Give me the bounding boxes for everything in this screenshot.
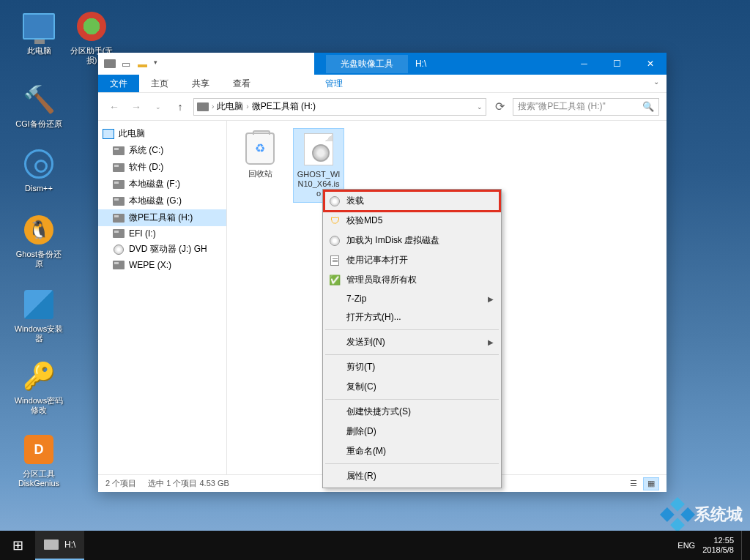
search-input[interactable]: 搜索"微PE工具箱 (H:)" 🔍 bbox=[513, 98, 659, 116]
qat-properties-icon[interactable]: ▭ bbox=[122, 59, 133, 70]
nav-label: 微PE工具箱 (H:) bbox=[129, 212, 193, 224]
tab-file[interactable]: 文件 bbox=[98, 75, 139, 92]
nav-label: 此电脑 bbox=[119, 127, 145, 140]
notepad-icon bbox=[329, 255, 341, 266]
menu-label: 校验MD5 bbox=[346, 214, 382, 227]
menu-label: 管理员取得所有权 bbox=[346, 274, 417, 286]
iso-file-icon bbox=[304, 133, 333, 165]
nav-label: 系统 (C:) bbox=[129, 144, 163, 157]
ribbon-context-label: 光盘映像工具 bbox=[326, 55, 408, 73]
menu-label: 7-Zip bbox=[346, 294, 366, 304]
taskbar-item-explorer[interactable]: H:\ bbox=[35, 531, 84, 560]
search-icon[interactable]: 🔍 bbox=[642, 101, 654, 112]
menu-sendto[interactable]: 发送到(N)▶ bbox=[324, 332, 500, 352]
nav-drive-i[interactable]: EFI (I:) bbox=[98, 226, 226, 241]
menu-separator bbox=[325, 329, 499, 330]
close-button[interactable]: ✕ bbox=[634, 53, 667, 75]
icon-label: CGI备份还原 bbox=[13, 119, 64, 129]
nav-thispc[interactable]: 此电脑 bbox=[98, 125, 226, 142]
desktop-icon-cgi[interactable]: 🔨CGI备份还原 bbox=[13, 82, 64, 129]
nav-dvd-j[interactable]: DVD 驱动器 (J:) GH bbox=[98, 241, 226, 258]
qat-dropdown-icon[interactable]: ▾ bbox=[154, 59, 166, 70]
icon-label: Ghost备份还原 bbox=[13, 250, 64, 269]
desktop-icon-dism[interactable]: Dism++ bbox=[13, 146, 64, 193]
menu-delete[interactable]: 删除(D) bbox=[324, 422, 500, 441]
breadcrumb-root[interactable]: 此电脑 bbox=[217, 100, 243, 113]
desktop-icon-diskgenius[interactable]: D分区工具DiskGenius bbox=[13, 432, 64, 488]
menu-mount[interactable]: 装载 bbox=[324, 191, 500, 211]
recycle-bin-icon bbox=[245, 132, 275, 165]
ribbon-tabs: 文件 主页 共享 查看 管理 ⌄ bbox=[98, 75, 667, 93]
menu-notepad[interactable]: 使用记事本打开 bbox=[324, 250, 500, 270]
titlebar[interactable]: ▭ ▬ ▾ 光盘映像工具 H:\ ─ ☐ ✕ bbox=[98, 53, 667, 75]
desktop-icon-ghost[interactable]: 🐧Ghost备份还原 bbox=[13, 212, 64, 269]
nav-label: 本地磁盘 (G:) bbox=[129, 195, 182, 207]
quick-access-toolbar: ▭ ▬ ▾ bbox=[98, 59, 314, 70]
menu-properties[interactable]: 属性(R) bbox=[324, 466, 500, 486]
diskgenius-icon: D bbox=[24, 435, 53, 464]
chevron-right-icon[interactable]: › bbox=[246, 102, 248, 111]
menu-admin[interactable]: ✅管理员取得所有权 bbox=[324, 270, 500, 290]
menu-imdisk[interactable]: 加载为 ImDisk 虚拟磁盘 bbox=[324, 231, 500, 250]
address-dropdown-icon[interactable]: ⌄ bbox=[477, 103, 483, 111]
menu-shortcut[interactable]: 创建快捷方式(S) bbox=[324, 402, 500, 422]
address-bar[interactable]: › 此电脑 › 微PE工具箱 (H:) ⌄ bbox=[193, 98, 486, 116]
menu-cut[interactable]: 剪切(T) bbox=[324, 357, 500, 377]
ribbon-expand-button[interactable]: ⌄ bbox=[646, 75, 667, 92]
tab-share[interactable]: 共享 bbox=[180, 75, 221, 92]
tab-manage[interactable]: 管理 bbox=[313, 75, 354, 92]
start-button[interactable]: ⊞ bbox=[0, 531, 35, 560]
hammer-icon: 🔨 bbox=[21, 82, 56, 117]
menu-label: 装载 bbox=[346, 195, 364, 207]
aomei-icon bbox=[77, 12, 106, 41]
search-placeholder: 搜索"微PE工具箱 (H:)" bbox=[518, 100, 606, 113]
nav-drive-g[interactable]: 本地磁盘 (G:) bbox=[98, 193, 226, 209]
tab-view[interactable]: 查看 bbox=[221, 75, 262, 92]
nav-drive-x[interactable]: WEPE (X:) bbox=[98, 258, 226, 272]
recent-dropdown[interactable]: ⌄ bbox=[149, 98, 167, 116]
nav-drive-h[interactable]: 微PE工具箱 (H:) bbox=[98, 209, 226, 226]
file-recycle-bin[interactable]: 回收站 bbox=[234, 128, 286, 182]
refresh-button[interactable]: ⟳ bbox=[491, 100, 508, 113]
window-title: H:\ bbox=[415, 59, 426, 69]
watermark: 系统城 bbox=[665, 502, 743, 527]
menu-md5[interactable]: 🛡校验MD5 bbox=[324, 211, 500, 231]
nav-drive-d[interactable]: 软件 (D:) bbox=[98, 159, 226, 176]
view-details-button[interactable]: ☰ bbox=[625, 477, 642, 490]
maximize-button[interactable]: ☐ bbox=[601, 53, 634, 75]
context-menu: 装载 🛡校验MD5 加载为 ImDisk 虚拟磁盘 使用记事本打开 ✅管理员取得… bbox=[322, 189, 502, 488]
menu-label: 使用记事本打开 bbox=[346, 254, 408, 266]
menu-openwith[interactable]: 打开方式(H)... bbox=[324, 307, 500, 327]
forward-button[interactable]: → bbox=[127, 98, 145, 116]
desktop-icon-winpass[interactable]: 🔑Windows密码修改 bbox=[13, 359, 64, 415]
drive-icon bbox=[113, 163, 125, 172]
minimize-button[interactable]: ─ bbox=[568, 53, 601, 75]
tray-clock[interactable]: 12:55 2018/5/8 bbox=[702, 536, 734, 555]
menu-rename[interactable]: 重命名(M) bbox=[324, 441, 500, 461]
icon-label: Windows安装器 bbox=[13, 324, 64, 343]
desktop-icon-thispc[interactable]: 此电脑 bbox=[13, 9, 64, 56]
qat-newfolder-icon[interactable]: ▬ bbox=[138, 59, 149, 70]
taskbar-label: H:\ bbox=[64, 540, 75, 550]
file-label: 回收站 bbox=[237, 169, 283, 179]
tray-time: 12:55 bbox=[702, 536, 734, 545]
taskbar: ⊞ H:\ ENG 12:55 2018/5/8 bbox=[0, 531, 750, 560]
breadcrumb-current[interactable]: 微PE工具箱 (H:) bbox=[252, 100, 316, 113]
nav-drive-c[interactable]: 系统 (C:) bbox=[98, 142, 226, 159]
show-desktop-button[interactable] bbox=[741, 531, 746, 560]
view-icons-button[interactable]: ▦ bbox=[643, 477, 659, 490]
tab-home[interactable]: 主页 bbox=[139, 75, 180, 92]
status-count: 2 个项目 bbox=[105, 478, 136, 489]
shield-icon: 🛡 bbox=[329, 215, 341, 227]
chevron-right-icon[interactable]: › bbox=[212, 102, 214, 111]
back-button[interactable]: ← bbox=[105, 98, 123, 116]
desktop-icon-wininstall[interactable]: Windows安装器 bbox=[13, 287, 64, 343]
up-button[interactable]: ↑ bbox=[171, 98, 189, 116]
nav-drive-f[interactable]: 本地磁盘 (F:) bbox=[98, 176, 226, 193]
tray-ime[interactable]: ENG bbox=[677, 541, 695, 550]
watermark-logo-icon bbox=[660, 497, 695, 532]
menu-copy[interactable]: 复制(C) bbox=[324, 377, 500, 397]
watermark-text: 系统城 bbox=[694, 504, 743, 526]
drive-icon bbox=[44, 540, 59, 550]
menu-7zip[interactable]: 7-Zip▶ bbox=[324, 290, 500, 307]
